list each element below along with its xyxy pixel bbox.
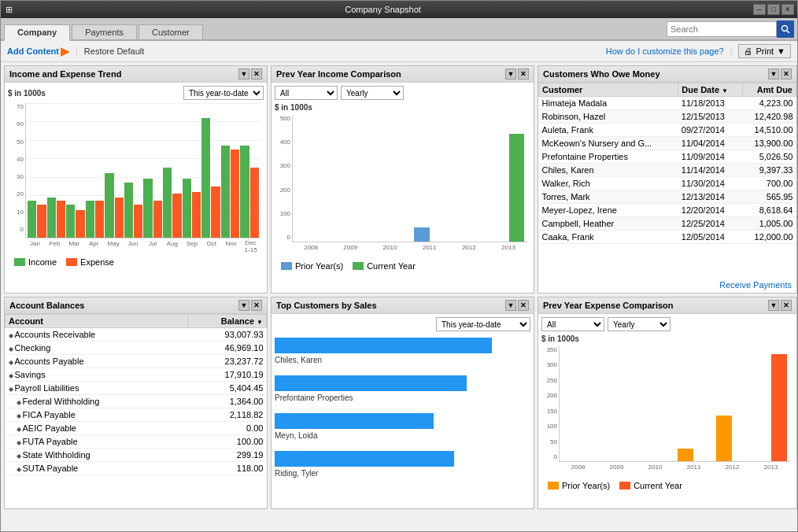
prev-income-filter-select[interactable]: All: [275, 86, 338, 100]
table-row: Meyer-Lopez, Irene12/20/20148,618.64: [539, 204, 796, 217]
current-expense-color: [619, 482, 630, 490]
col-balance[interactable]: Balance ▼: [188, 315, 267, 328]
account-balances-close-btn[interactable]: ✕: [251, 300, 262, 311]
customers-owe-body: Customer Due Date ▼ Amt Due Himateja Mad…: [538, 83, 796, 293]
col-amt-due[interactable]: Amt Due: [742, 83, 796, 97]
table-row: ◆Checking46,969.10: [6, 342, 267, 355]
customer-bar-meyn: Meyn, Loida: [275, 413, 530, 440]
customer-bar-chiles: Chiles, Karen: [275, 338, 530, 364]
prior-color: [281, 262, 292, 270]
title-bar: ⊞ Company Snapshot ─ □ ✕: [1, 1, 797, 18]
how-to-link[interactable]: How do I customize this page?: [606, 46, 724, 56]
prev-year-expense-controls: ▼ ✕: [768, 300, 792, 311]
customers-owe-panel: Customers Who Owe Money ▼ ✕ Customer Due…: [538, 65, 797, 294]
toolbar-separator: |: [76, 46, 78, 56]
account-balances-body: Account Balance ▼ ◆Accounts Receivable93…: [5, 314, 267, 508]
income-expense-chart: 70 60 50 40 30 20 10 0: [8, 103, 264, 253]
customers-owe-controls: ▼ ✕: [768, 68, 792, 79]
income-expense-close-btn[interactable]: ✕: [251, 68, 262, 79]
prev-income-yearly-select[interactable]: Yearly: [341, 86, 404, 100]
income-expense-header: Income and Expense Trend ▼ ✕: [5, 66, 267, 83]
add-content-arrow-icon: ▶: [61, 45, 69, 57]
tab-company[interactable]: Company: [4, 24, 70, 41]
customers-owe-close-btn[interactable]: ✕: [781, 68, 792, 79]
top-customers-title: Top Customers by Sales: [276, 301, 377, 310]
prev-expense-yearly-select[interactable]: Yearly: [608, 317, 671, 331]
table-row: Auleta, Frank09/27/201414,510.00: [539, 124, 796, 137]
income-expense-chart-controls: $ in 1000s This year-to-date: [8, 86, 264, 100]
prev-expense-all-select[interactable]: All: [541, 317, 604, 331]
restore-default-button[interactable]: Restore Default: [84, 46, 144, 56]
top-customers-body: This year-to-date Chiles, Karen Prefonta…: [272, 314, 534, 508]
table-row: Chiles, Karen11/14/20149,397.33: [539, 164, 796, 177]
receive-payments-link[interactable]: Receive Payments: [538, 277, 796, 293]
prev-income-legend: Prior Year(s) Current Year: [275, 261, 530, 271]
prev-year-expense-title: Prev Year Expense Comparison: [543, 301, 674, 310]
account-balances-controls: ▼ ✕: [238, 300, 262, 311]
expense-color: [66, 258, 77, 266]
account-balances-collapse-btn[interactable]: ▼: [238, 300, 249, 311]
print-arrow-icon: ▼: [777, 46, 785, 56]
print-button[interactable]: 🖨 Print ▼: [738, 44, 791, 58]
prev-expense-legend: Prior Year(s) Current Year: [541, 481, 793, 490]
table-row: Caaka, Frank12/05/201412,000.00: [539, 231, 796, 244]
current-legend-item: Current Year: [353, 261, 416, 271]
account-balances-header: Account Balances ▼ ✕: [5, 297, 267, 314]
prev-income-filters: All Yearly: [275, 86, 530, 100]
printer-icon: 🖨: [744, 46, 752, 56]
top-customers-collapse-btn[interactable]: ▼: [505, 300, 516, 311]
prev-income-y-label: $ in 1000s: [275, 103, 530, 112]
table-row: ◆SUTA Payable118.00: [6, 462, 267, 475]
top-customers-close-btn[interactable]: ✕: [518, 300, 529, 311]
customers-owe-header: Customers Who Owe Money ▼ ✕: [538, 66, 796, 83]
tab-customer[interactable]: Customer: [139, 24, 203, 39]
window-icon: ⊞: [1, 5, 13, 15]
tab-payments[interactable]: Payments: [72, 24, 137, 39]
customers-owe-collapse-btn[interactable]: ▼: [768, 68, 779, 79]
income-legend-item: Income: [14, 257, 57, 267]
minimize-button[interactable]: ─: [753, 4, 766, 15]
current-color: [353, 262, 364, 270]
table-row: Robinson, Hazel12/15/201312,420.98: [539, 110, 796, 124]
search-icon: [781, 24, 790, 34]
prev-income-close-btn[interactable]: ✕: [518, 68, 529, 79]
income-expense-panel: Income and Expense Trend ▼ ✕ $ in 1000s …: [4, 65, 268, 294]
prior-expense-color: [548, 482, 559, 490]
income-expense-collapse-btn[interactable]: ▼: [238, 68, 249, 79]
prev-year-income-header: Prev Year Income Comparison ▼ ✕: [272, 66, 534, 83]
table-row: Walker, Rich11/30/2014700.00: [539, 177, 796, 190]
col-due-date[interactable]: Due Date ▼: [678, 83, 742, 97]
prev-income-collapse-btn[interactable]: ▼: [505, 68, 516, 79]
search-input[interactable]: [667, 21, 777, 37]
top-customers-panel: Top Customers by Sales ▼ ✕ This year-to-…: [271, 297, 534, 509]
add-content-button[interactable]: Add Content ▶: [7, 45, 69, 57]
table-row: ◆AEIC Payable0.00: [6, 422, 267, 435]
customers-owe-title: Customers Who Owe Money: [543, 69, 660, 79]
prev-year-income-panel: Prev Year Income Comparison ▼ ✕ All Year…: [271, 65, 534, 294]
prev-year-expense-header: Prev Year Expense Comparison ▼ ✕: [538, 297, 796, 314]
svg-line-1: [787, 31, 789, 33]
customer-bar-riding: Riding, Tyler: [275, 451, 530, 478]
prev-income-chart: 500 400 300 200 100 0: [275, 115, 530, 257]
prev-expense-close-btn[interactable]: ✕: [781, 300, 792, 311]
account-balances-panel: Account Balances ▼ ✕ Account Balance ▼ ◆: [4, 297, 268, 509]
table-row: Prefontaine Properties11/09/20145,026.50: [539, 150, 796, 164]
expense-legend-item: Expense: [66, 257, 114, 267]
close-button[interactable]: ✕: [781, 4, 794, 15]
prev-expense-collapse-btn[interactable]: ▼: [768, 300, 779, 311]
col-account[interactable]: Account: [6, 315, 188, 328]
table-row: ◆FUTA Payable100.00: [6, 435, 267, 449]
prev-expense-chart: 350 300 250 200 150 100 50 0: [541, 346, 793, 476]
top-customers-filter: This year-to-date: [275, 317, 530, 331]
income-expense-period-select[interactable]: This year-to-date: [183, 86, 264, 100]
table-row: ◆FICA Payable2,118.82: [6, 408, 267, 422]
table-row: ◆Accounts Receivable93,007.93: [6, 328, 267, 342]
col-customer[interactable]: Customer: [539, 83, 678, 97]
prev-year-expense-panel: Prev Year Expense Comparison ▼ ✕ All Yea…: [538, 297, 797, 509]
income-expense-title: Income and Expense Trend: [9, 69, 121, 79]
top-customers-period-select[interactable]: This year-to-date: [436, 317, 530, 331]
maximize-button[interactable]: □: [767, 4, 780, 15]
prev-expense-y-label: $ in 1000s: [541, 334, 793, 343]
prev-year-income-body: All Yearly $ in 1000s 500 400 300 200 10…: [272, 83, 534, 293]
search-button[interactable]: [777, 20, 794, 38]
